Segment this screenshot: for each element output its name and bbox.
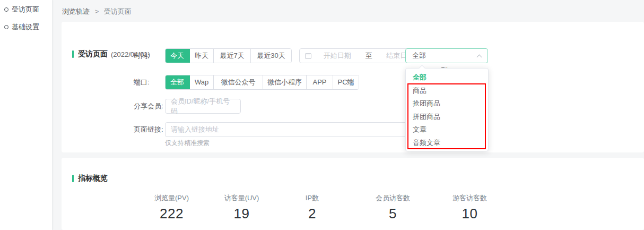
stat-member-visitors: 会员访客数 5: [357, 193, 429, 222]
stat-value: 10: [434, 206, 506, 222]
page: 受访页面 基础设置 浏览轨迹 > 受访页面 受访页面 (2022/04/01) …: [0, 0, 644, 230]
stat-guest-visitors: 游客访客数 10: [434, 193, 506, 222]
stat-value: 222: [136, 206, 207, 222]
stat-label: 浏览量(PV): [136, 193, 207, 203]
port-btn-wechat-mini[interactable]: 微信小程序: [263, 75, 307, 89]
breadcrumb-current: 受访页面: [104, 7, 132, 15]
page-type-select-value: 全部: [412, 51, 477, 61]
time-btn-today[interactable]: 今天: [165, 48, 190, 63]
metrics-title-text: 指标概览: [78, 174, 108, 183]
sidebar-item-basic-settings[interactable]: 基础设置: [4, 21, 39, 33]
sidebar-item-visited-pages[interactable]: 受访页面: [4, 4, 39, 15]
dropdown-option-group-buy-goods[interactable]: 拼团商品: [406, 110, 488, 124]
chevron-up-icon: [477, 54, 482, 59]
port-btn-wap[interactable]: Wap: [190, 75, 214, 89]
time-btn-last-30-days[interactable]: 最近30天: [251, 49, 291, 63]
search-note: 仅支持精准搜索: [165, 139, 210, 148]
page-link-input[interactable]: 请输入链接地址: [165, 122, 439, 137]
port-btn-all[interactable]: 全部: [165, 75, 190, 90]
stat-ip: IP数 2: [276, 193, 348, 222]
stat-label: 游客访客数: [434, 193, 506, 203]
page-link-placeholder: 请输入链接地址: [171, 125, 219, 134]
stat-value: 19: [206, 206, 277, 222]
dropdown-option-article[interactable]: 文章: [406, 123, 488, 137]
dropdown-option-all[interactable]: 全部: [406, 71, 488, 84]
circle-icon: [4, 7, 8, 12]
page-type-select[interactable]: 全部: [405, 48, 488, 63]
stat-label: IP数: [276, 193, 348, 203]
port-filter-label: 端口:: [134, 75, 150, 90]
circle-icon: [4, 25, 8, 29]
visited-pages-panel: 受访页面 (2022/04/01) 时间: 今天 昨天 最近7天 最近30天 开…: [62, 22, 644, 152]
date-range-separator: 至: [363, 51, 375, 61]
metrics-title: 指标概览: [72, 174, 108, 183]
dropdown-option-flash-group-goods[interactable]: 抢团商品: [406, 97, 488, 110]
stat-value: 5: [357, 206, 429, 222]
stat-uv: 访客量(UV) 19: [206, 193, 277, 222]
sidebar-item-label: 基础设置: [12, 22, 39, 32]
port-btn-wechat-official[interactable]: 微信公众号: [214, 75, 263, 89]
share-member-input[interactable]: 会员ID/昵称/手机号码: [165, 99, 241, 114]
title-accent-bar: [72, 175, 74, 182]
page-type-dropdown: 全部 商品 抢团商品 拼团商品 文章 音频文章: [405, 68, 489, 151]
page-link-label: 页面链接:: [134, 122, 163, 137]
dropdown-option-goods[interactable]: 商品: [406, 84, 488, 98]
breadcrumb-root[interactable]: 浏览轨迹: [62, 7, 90, 15]
time-filter-label: 时间:: [134, 48, 150, 63]
time-filter-group: 今天 昨天 最近7天 最近30天: [165, 48, 292, 63]
calendar-icon: [305, 53, 311, 59]
stat-label: 会员访客数: [357, 193, 429, 203]
stat-label: 访客量(UV): [206, 193, 277, 203]
share-member-placeholder: 会员ID/昵称/手机号码: [171, 97, 235, 116]
time-btn-yesterday[interactable]: 昨天: [190, 49, 214, 63]
share-member-label: 分享会员:: [134, 99, 163, 114]
stat-pv: 浏览量(PV) 222: [136, 193, 207, 222]
breadcrumb: 浏览轨迹 > 受访页面: [62, 7, 132, 16]
sidebar-item-label: 受访页面: [12, 5, 39, 14]
panel-title-text: 受访页面: [78, 49, 108, 59]
metrics-panel: 指标概览 浏览量(PV) 222 访客量(UV) 19 IP数 2 会员访客数 …: [62, 158, 644, 230]
port-btn-pc[interactable]: PC端: [333, 75, 359, 89]
sidebar: 受访页面 基础设置: [0, 0, 53, 230]
stat-value: 2: [276, 206, 348, 222]
dropdown-option-audio-article[interactable]: 音频文章: [406, 137, 488, 150]
breadcrumb-separator: >: [95, 7, 99, 15]
start-date-input[interactable]: 开始日期: [311, 51, 363, 61]
port-btn-app[interactable]: APP: [307, 75, 333, 89]
title-accent-bar: [72, 50, 74, 58]
port-filter-group: 全部 Wap 微信公众号 微信小程序 APP PC端: [165, 75, 359, 90]
time-btn-last-7-days[interactable]: 最近7天: [214, 49, 251, 63]
